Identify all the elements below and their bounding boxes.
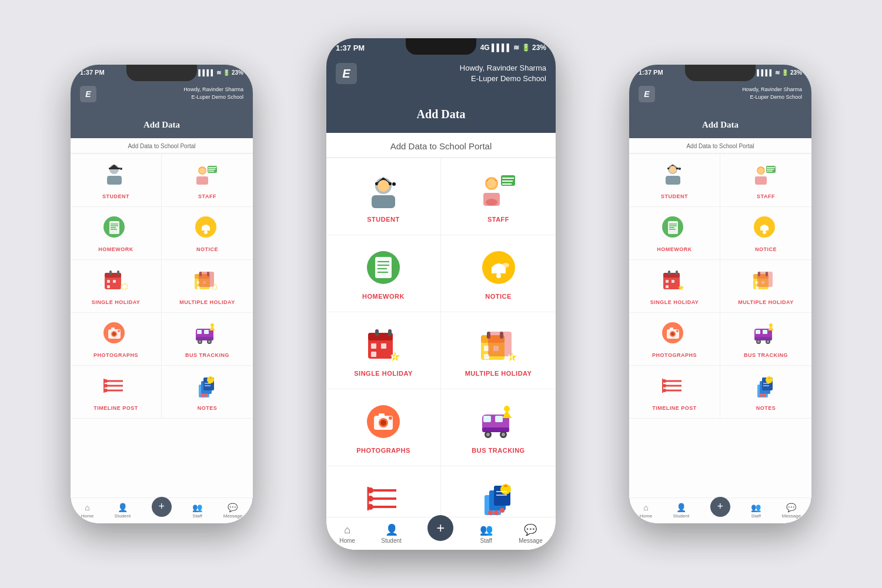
staff-nav-icon-left: 👥 [192,503,202,512]
svg-rect-47 [204,330,209,334]
menu-item-notice-center[interactable]: NOTICE [441,235,556,312]
notes-icon-left [193,373,222,402]
menu-item-notes-center[interactable]: NOTES [441,466,556,517]
menu-item-timeline-center[interactable]: TIMELINE POST [326,466,441,517]
single-holiday-icon-right: ★ [660,267,689,296]
svg-rect-120 [482,427,509,432]
menu-item-photographs-center[interactable]: PHOTOGRAPHS [326,389,441,466]
menu-item-photographs-left[interactable]: PHOTOGRAPHS [71,313,162,366]
page-title-left: Add Data [71,113,253,138]
menu-item-multipleholiday-right[interactable]: MULTIPLE HOLIDAY [720,260,811,313]
nav-student-center[interactable]: 👤 Student [381,523,401,544]
nav-home-center[interactable]: ⌂ Home [339,524,355,544]
notch-left [126,65,197,81]
menu-item-bustracking-center[interactable]: BUS TRACKING [441,389,556,466]
menu-item-staff-right[interactable]: STAFF [720,154,811,207]
homework-icon-right [660,214,689,243]
menu-item-student-center[interactable]: STUDENT [326,158,441,235]
phone-left: 1:37 PM 4G ▌▌▌▌ ≋ 🔋 23% E Howdy, Ravinde… [71,65,253,523]
photographs-label-right: PHOTOGRAPHS [652,352,697,358]
menu-item-multipleholiday-left[interactable]: ⬡ H MULTIPLE HOLIDAY [162,260,253,313]
bus-tracking-icon-left [193,320,222,349]
homework-icon-center [363,247,404,288]
notice-label-left: NOTICE [196,246,218,252]
nav-staff-center[interactable]: 👥 Staff [480,523,493,544]
menu-item-singleholiday-left[interactable]: ⬡ H SINGLE HOLIDAY [71,260,162,313]
app-logo-center: E [336,63,357,84]
menu-item-staff-left[interactable]: STAFF [162,154,253,207]
notes-icon-center [478,478,519,517]
svg-point-52 [208,340,211,343]
student-label-right: STUDENT [661,193,688,199]
svg-text:H: H [121,285,125,291]
nav-message-label-left: Message [223,513,242,519]
notes-label-left: NOTES [198,405,218,411]
subtitle-center: Add Data to School Portal [326,133,556,158]
notice-icon-center [478,247,519,288]
svg-point-44 [118,330,120,332]
menu-item-homework-left[interactable]: HOMEWORK [71,207,162,260]
menu-item-student-left[interactable]: STUDENT [71,154,162,207]
header-user-left: Howdy, Ravinder Sharma E-Luper Demo Scho… [183,86,243,101]
status-time-right: 1:37 PM [639,69,663,76]
nav-home-right[interactable]: ⌂ Home [640,503,652,519]
svg-rect-9 [196,176,208,185]
screen-right: 1:37 PM 4G ▌▌▌▌ ≋ 🔋 23% E Howdy, Ravinde… [629,65,811,523]
nav-add-icon-left: + [158,500,165,513]
menu-item-timeline-right[interactable]: TIMELINE POST [629,366,720,419]
status-icons-right: 4G ▌▌▌▌ ≋ 🔋 23% [747,69,802,76]
svg-rect-178 [757,272,773,287]
svg-rect-152 [755,176,767,185]
page-title-center: Add Data [326,98,556,133]
bus-tracking-icon-center [478,401,519,442]
svg-text:★: ★ [677,283,685,292]
nav-student-left[interactable]: 👤 Student [115,503,131,519]
menu-item-photographs-right[interactable]: PHOTOGRAPHS [629,313,720,366]
nav-staff-right[interactable]: 👥 Staff [751,503,761,519]
student-icon-center [363,170,404,211]
nav-staff-label-left: Staff [193,513,202,519]
menu-item-homework-right[interactable]: HOMEWORK [629,207,720,260]
nav-message-left[interactable]: 💬 Message [223,503,242,519]
photographs-icon-left [101,320,131,349]
nav-student-right[interactable]: 👤 Student [673,503,690,519]
svg-rect-168 [671,280,674,283]
nav-staff-left[interactable]: 👥 Staff [192,503,202,519]
scene: 1:37 PM 4G ▌▌▌▌ ≋ 🔋 23% E Howdy, Ravinde… [0,0,882,588]
menu-item-singleholiday-center[interactable]: ★ H SINGLE HOLIDAY [326,312,441,389]
svg-rect-97 [381,343,386,349]
svg-rect-169 [666,285,669,288]
menu-item-notes-right[interactable]: NOTES [720,366,811,419]
homework-label-center: HOMEWORK [362,293,405,300]
nav-message-center[interactable]: 💬 Message [519,523,543,544]
photographs-icon-right [660,320,689,349]
nav-message-label-center: Message [519,537,543,544]
staff-nav-icon-center: 👥 [480,523,493,536]
menu-item-notice-left[interactable]: NOTICE [162,207,253,260]
menu-item-bustracking-right[interactable]: BUS TRACKING [720,313,811,366]
menu-item-notes-left[interactable]: NOTES [162,366,253,419]
svg-rect-118 [483,416,491,422]
singleholiday-label-left: SINGLE HOLIDAY [92,299,141,305]
menu-item-notice-right[interactable]: NOTICE [720,207,811,260]
menu-item-multipleholiday-center[interactable]: ★ H MULTIPLE HOLIDAY [441,312,556,389]
menu-item-timeline-left[interactable]: TIMELINE POST [71,366,162,419]
menu-item-staff-center[interactable]: STAFF [441,158,556,235]
nav-add-right[interactable]: + [710,497,730,517]
nav-home-left[interactable]: ⌂ Home [81,503,93,519]
nav-add-center[interactable]: + [427,515,453,541]
nav-add-left[interactable]: + [152,497,172,517]
svg-rect-165 [668,270,670,275]
svg-rect-43 [111,328,115,330]
menu-item-singleholiday-right[interactable]: ★ SINGLE HOLIDAY [629,260,720,313]
staff-nav-icon-right: 👥 [751,503,761,512]
menu-item-student-right[interactable]: STUDENT [629,154,720,207]
notice-label-center: NOTICE [485,293,512,300]
menu-item-homework-center[interactable]: HOMEWORK [326,235,441,312]
subtitle-right: Add Data to School Portal [629,138,811,153]
svg-rect-46 [197,330,202,334]
nav-message-right[interactable]: 💬 Message [782,503,801,519]
menu-item-bustracking-left[interactable]: BUS TRACKING [162,313,253,366]
svg-rect-25 [113,280,116,283]
header-user-center: Howdy, Ravinder Sharma E-Luper Demo Scho… [460,63,546,84]
